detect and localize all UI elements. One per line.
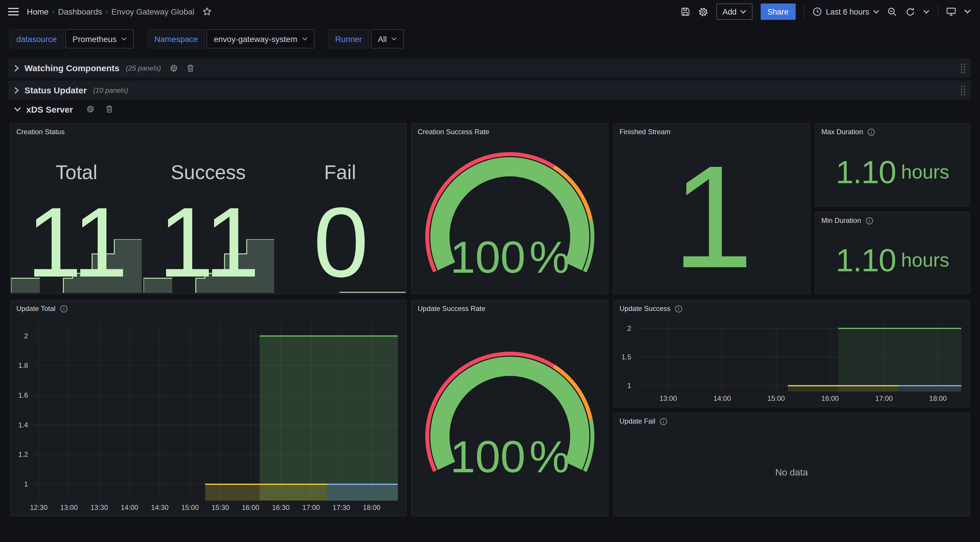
svg-text:18:00: 18:00: [363, 504, 380, 512]
stat-value: 1: [614, 140, 810, 293]
stat-value: 1.10: [835, 241, 896, 279]
panel-header[interactable]: Update Total: [11, 300, 406, 317]
dashboard-grid: Creation Status Total 11 Success 11 Fail…: [0, 0, 980, 542]
svg-text:13:30: 13:30: [91, 504, 108, 512]
panel-min-duration: Min Duration 1.10 hours: [815, 212, 970, 294]
panel-header[interactable]: Update Success: [614, 300, 969, 317]
stat-value: 1.10: [835, 153, 896, 190]
svg-text:1.2: 1.2: [18, 450, 28, 458]
stat-value: 11: [142, 193, 274, 292]
grafana-dashboard: Home › Dashboards › Envoy Gateway Global…: [0, 0, 980, 542]
panel-update-success: Update Success 11.5213:0014:0015:0016:00…: [613, 300, 970, 407]
panel-header[interactable]: Creation Success Rate: [412, 124, 608, 140]
panel-creation-status: Creation Status Total 11 Success 11 Fail…: [10, 123, 407, 294]
panel-header[interactable]: Update Fail: [614, 413, 969, 429]
svg-text:18:00: 18:00: [929, 394, 947, 402]
svg-text:14:00: 14:00: [121, 504, 138, 512]
svg-text:100%: 100%: [450, 232, 570, 282]
info-icon[interactable]: [675, 305, 683, 312]
svg-text:16:00: 16:00: [821, 394, 839, 402]
svg-text:17:30: 17:30: [332, 504, 350, 512]
panel-header[interactable]: Update Success Rate: [412, 300, 608, 317]
stat-label: Fail: [274, 161, 406, 184]
svg-text:15:00: 15:00: [767, 394, 785, 402]
time-series-chart[interactable]: 11.5213:0014:0015:0016:0017:0018:00: [618, 318, 965, 403]
panel-update-fail: Update Fail No data: [613, 413, 970, 516]
panel-update-total: Update Total 11.21.41.61.8212:3013:0013:…: [10, 300, 407, 516]
stat-label: Total: [11, 161, 142, 184]
no-data-message: No data: [614, 429, 969, 516]
gauge: 100%: [412, 317, 608, 512]
svg-text:14:00: 14:00: [713, 394, 731, 402]
svg-text:15:00: 15:00: [181, 504, 199, 512]
svg-text:100%: 100%: [450, 431, 570, 481]
svg-text:13:00: 13:00: [60, 504, 78, 512]
panel-title: Min Duration: [821, 217, 861, 225]
info-icon[interactable]: [865, 217, 873, 224]
svg-text:15:30: 15:30: [212, 504, 229, 512]
stat-duration: 1.10 hours: [816, 226, 969, 293]
stat-value: 0: [274, 193, 406, 292]
stat-fail: Fail 0: [274, 124, 406, 293]
svg-text:14:30: 14:30: [151, 504, 169, 512]
panel-title: Update Total: [16, 304, 56, 313]
svg-text:16:00: 16:00: [242, 504, 259, 512]
panel-title: Finished Stream: [619, 128, 671, 136]
svg-text:1.4: 1.4: [18, 421, 28, 429]
panel-max-duration: Max Duration 1.10 hours: [815, 123, 970, 207]
info-icon[interactable]: [60, 305, 68, 312]
stat-duration: 1.10 hours: [816, 138, 969, 206]
panel-title: Update Success: [619, 304, 671, 313]
panel-title: Update Fail: [619, 417, 655, 425]
time-series-chart[interactable]: 11.21.41.61.8212:3013:0013:3014:0014:301…: [15, 318, 401, 512]
svg-text:1.6: 1.6: [18, 391, 28, 399]
panel-update-success-rate: Update Success Rate 100%: [411, 300, 608, 516]
panel-finished-stream: Finished Stream 1: [613, 123, 810, 294]
stat-unit: hours: [901, 249, 949, 271]
info-icon[interactable]: [660, 418, 668, 425]
info-icon[interactable]: [868, 128, 875, 136]
svg-text:1.8: 1.8: [18, 362, 28, 369]
svg-text:13:00: 13:00: [659, 394, 677, 402]
panel-title: Update Success Rate: [418, 304, 485, 313]
panel-creation-success-rate: Creation Success Rate 100%: [411, 123, 608, 294]
stat-unit: hours: [901, 161, 949, 183]
gauge: 100%: [412, 140, 608, 290]
svg-text:1: 1: [627, 381, 631, 389]
svg-text:17:00: 17:00: [875, 394, 893, 402]
stat-total: Total 11: [11, 124, 142, 293]
svg-text:2: 2: [24, 332, 28, 340]
stat-value: 11: [11, 193, 142, 292]
svg-text:1.5: 1.5: [622, 353, 631, 361]
svg-text:12:30: 12:30: [30, 504, 48, 512]
stat-success: Success 11: [142, 124, 274, 293]
svg-text:1: 1: [24, 480, 28, 488]
stat-label: Success: [142, 161, 274, 184]
svg-text:2: 2: [627, 324, 631, 332]
panel-title: Max Duration: [821, 128, 863, 136]
panel-title: Creation Success Rate: [418, 128, 489, 136]
svg-text:17:00: 17:00: [302, 504, 320, 512]
svg-text:16:30: 16:30: [272, 504, 290, 512]
